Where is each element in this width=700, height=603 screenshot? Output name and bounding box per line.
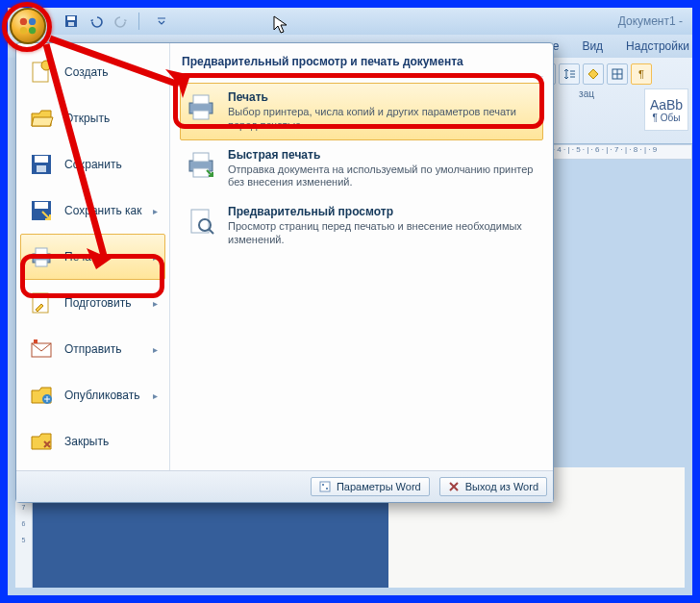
- menu-item-publish[interactable]: Опубликовать ▸: [20, 372, 165, 418]
- menu-label: Закрыть: [64, 435, 109, 448]
- folder-open-icon: [29, 106, 54, 131]
- menu-label: Подготовить: [64, 296, 131, 310]
- borders-icon: [612, 68, 623, 80]
- svg-point-0: [20, 18, 27, 25]
- borders-button[interactable]: [607, 63, 628, 85]
- document-title: Документ1 -: [618, 14, 687, 28]
- submenu-item-title: Быстрая печать: [228, 148, 538, 162]
- send-icon: [29, 337, 54, 362]
- menu-label: Создать: [64, 65, 109, 79]
- menu-label: Печать: [64, 250, 102, 264]
- svg-point-9: [41, 61, 51, 70]
- prepare-icon: [29, 290, 54, 315]
- undo-icon: [89, 14, 103, 28]
- shading-icon: [588, 68, 599, 80]
- svg-rect-23: [193, 95, 209, 104]
- menu-label: Опубликовать: [64, 389, 139, 402]
- svg-rect-5: [67, 16, 75, 20]
- style-sample: AaBb: [650, 97, 683, 113]
- ribbon-area: ¶ зац AaBb ¶ Обы: [531, 58, 692, 144]
- menu-label: Сохранить как: [64, 204, 141, 217]
- submenu-item-desc: Отправка документа на используемый по ум…: [228, 163, 538, 190]
- ruler-horizontal[interactable]: · 3 · | · 4 · | · 5 · | · 6 · | · 7 · | …: [531, 144, 692, 160]
- menu-item-open[interactable]: Открыть: [20, 95, 165, 141]
- redo-icon: [114, 14, 128, 28]
- printer-icon: [186, 91, 216, 122]
- svg-rect-14: [35, 202, 48, 209]
- publish-icon: [29, 383, 54, 408]
- menu-label: Отправить: [64, 342, 122, 356]
- submenu-item-desc: Просмотр страниц перед печатью и внесени…: [228, 220, 538, 247]
- menu-item-create[interactable]: Создать: [20, 49, 165, 95]
- menu-item-send[interactable]: Отправить ▸: [20, 326, 165, 372]
- options-icon: [319, 481, 331, 492]
- save-icon: [29, 152, 54, 177]
- shading-button[interactable]: [583, 63, 604, 85]
- exit-word-button[interactable]: Выход из Word: [439, 477, 547, 496]
- print-preview-icon: [186, 206, 216, 237]
- menu-label: Открыть: [64, 112, 110, 125]
- printer-icon: [29, 244, 54, 269]
- app-frame: Документ1 - ие Вид Надстройки ¶ зац AaBb…: [8, 8, 692, 595]
- tab-addins[interactable]: Надстройки: [626, 39, 689, 53]
- qat-undo-button[interactable]: [87, 12, 106, 31]
- quick-access-toolbar: [62, 12, 171, 31]
- folder-close-icon: [29, 429, 54, 454]
- submenu-item-desc: Выбор принтера, числа копий и других пар…: [228, 106, 538, 133]
- svg-rect-30: [320, 482, 330, 491]
- svg-rect-16: [36, 248, 47, 255]
- close-icon: [448, 481, 460, 492]
- line-spacing-button[interactable]: [559, 63, 580, 85]
- menu-item-saveas[interactable]: Сохранить как ▸: [20, 188, 165, 234]
- svg-point-3: [29, 27, 36, 34]
- style-gallery-item[interactable]: AaBb ¶ Обы: [644, 88, 688, 131]
- new-document-icon: [29, 60, 54, 85]
- submenu-item-quick-print[interactable]: Быстрая печать Отправка документа на исп…: [180, 140, 543, 198]
- button-label: Выход из Word: [465, 481, 538, 492]
- quick-print-icon: [186, 149, 216, 180]
- svg-point-31: [322, 484, 324, 486]
- qat-customize-button[interactable]: [152, 12, 171, 31]
- svg-rect-6: [68, 22, 74, 26]
- office-menu: Создать Открыть Сохранить Сохранить как …: [15, 42, 554, 503]
- title-bar: Документ1 -: [8, 8, 692, 35]
- svg-rect-20: [34, 339, 38, 343]
- submenu-item-print[interactable]: Печать Выбор принтера, числа копий и дру…: [180, 83, 543, 140]
- svg-point-32: [326, 488, 328, 490]
- word-options-button[interactable]: Параметры Word: [311, 477, 430, 496]
- svg-point-1: [29, 18, 36, 25]
- office-menu-footer: Параметры Word Выход из Word: [16, 470, 553, 502]
- svg-rect-17: [36, 260, 47, 266]
- chevron-right-icon: ▸: [153, 344, 158, 355]
- office-menu-right: Предварительный просмотр и печать докуме…: [170, 43, 553, 470]
- svg-rect-26: [193, 153, 209, 162]
- menu-label: Сохранить: [64, 158, 122, 171]
- chevron-down-icon: [157, 16, 166, 26]
- menu-item-close[interactable]: Закрыть: [20, 418, 165, 465]
- office-button[interactable]: [10, 8, 46, 44]
- tab-view[interactable]: Вид: [582, 39, 603, 53]
- chevron-right-icon: ▸: [153, 252, 158, 263]
- menu-item-print[interactable]: Печать ▸: [20, 234, 165, 280]
- button-label: Параметры Word: [337, 481, 421, 492]
- menu-item-save[interactable]: Сохранить: [20, 141, 165, 188]
- office-logo-icon: [17, 15, 38, 37]
- menu-item-prepare[interactable]: Подготовить ▸: [20, 280, 165, 326]
- qat-redo-button[interactable]: [112, 12, 131, 31]
- svg-rect-24: [193, 111, 209, 119]
- save-as-icon: [29, 198, 54, 223]
- chevron-right-icon: ▸: [153, 298, 158, 309]
- office-menu-left: Создать Открыть Сохранить Сохранить как …: [16, 43, 170, 470]
- qat-save-button[interactable]: [62, 12, 81, 31]
- submenu-item-title: Печать: [228, 90, 538, 104]
- submenu-item-print-preview[interactable]: Предварительный просмотр Просмотр страни…: [180, 197, 543, 255]
- svg-rect-27: [193, 168, 209, 177]
- style-name: ¶ Обы: [653, 113, 681, 123]
- save-icon: [64, 14, 78, 28]
- svg-rect-12: [37, 165, 46, 172]
- show-marks-button[interactable]: ¶: [631, 63, 652, 85]
- separator: [138, 13, 144, 30]
- chevron-right-icon: ▸: [153, 206, 158, 216]
- svg-point-2: [20, 27, 27, 34]
- submenu-item-title: Предварительный просмотр: [228, 205, 538, 218]
